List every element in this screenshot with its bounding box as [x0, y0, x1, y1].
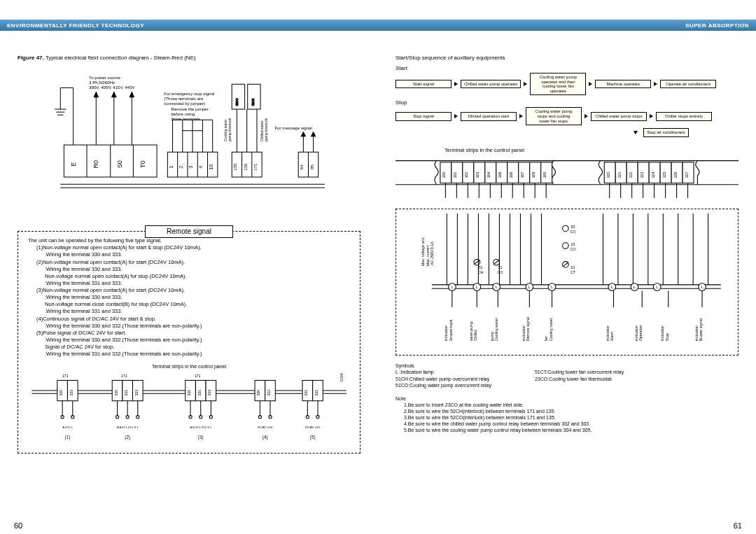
stop-extra-flow: Stop air conditioners: [634, 128, 738, 137]
arrow-icon: [650, 114, 653, 118]
main-schematic: To power source 3 Ph,50/60Hz 380V, 400V,…: [18, 73, 360, 216]
svg-text:52CH: 52CH: [251, 98, 255, 105]
remote-line: (1)Non-voltage normal open contact(A) fo…: [28, 244, 350, 251]
svg-point-81: [71, 415, 74, 418]
svg-text:331: 331: [197, 389, 202, 395]
svg-text:332: 332: [314, 389, 318, 395]
svg-text:85: 85: [309, 164, 314, 169]
svg-text:before using: before using: [171, 111, 195, 116]
power-line3: 380V, 400V, 415V, 440V: [89, 85, 135, 90]
header-right: SUPER ABSORPTION: [685, 22, 749, 29]
svg-point-107: [200, 415, 202, 418]
svg-text:304: 304: [486, 171, 491, 178]
arrow-icon: [654, 82, 657, 86]
svg-text:indication: indication: [694, 325, 699, 342]
stop-label: Stop: [396, 99, 738, 106]
flow-box: Start signal: [396, 80, 451, 89]
svg-text:171: 171: [253, 163, 258, 171]
svg-text:136: 136: [243, 163, 248, 171]
svg-text:indication: indication: [444, 325, 448, 342]
flow-box: Cooling water pumpoperates and thencooli…: [530, 73, 586, 95]
svg-text:(Those terminals are: (Those terminals are: [164, 96, 204, 101]
svg-point-92: [126, 415, 129, 418]
svg-text:322: 322: [629, 171, 633, 178]
svg-text:R0: R0: [92, 160, 99, 169]
svg-text:Chilled: Chilled: [473, 330, 477, 341]
svg-text:333: 333: [69, 389, 74, 395]
symbols-heading: Symbols: [396, 363, 738, 369]
svg-text:COM: COM: [340, 373, 344, 381]
svg-point-239: [563, 225, 569, 232]
svg-text:3: 3: [188, 166, 194, 169]
svg-text:connected by jumper): connected by jumper): [164, 101, 205, 106]
remote-line: Non-voltage normal open contact(A) for s…: [28, 273, 350, 280]
svg-text:52: 52: [571, 225, 575, 230]
svg-text:Remove the jumper: Remove the jumper: [171, 106, 208, 111]
svg-text:326: 326: [673, 171, 678, 178]
symbol-line: L :Indication lamp: [396, 369, 491, 375]
figure-number: Figure 47.: [18, 55, 44, 61]
note-line: 4.Be sure to wire the chilled water pump…: [396, 421, 738, 427]
symbols-block: Symbols L :Indication lamp51CH:Chilled w…: [396, 363, 738, 388]
remote-terminal-caption: Terminal strips in the control panel: [28, 363, 350, 370]
note-block: Note 1.Be sure to insert 23CO at the coo…: [396, 395, 738, 434]
svg-text:L: L: [611, 286, 613, 290]
svg-text:CH: CH: [478, 270, 484, 274]
svg-text:84: 84: [299, 164, 304, 169]
svg-text:A A 4Y1 4Y2 3 1: A A 4Y1 4Y2 3 1: [117, 426, 139, 429]
power-line1: To power source: [89, 75, 120, 80]
svg-text:CO: CO: [497, 270, 503, 274]
svg-point-242: [563, 243, 569, 249]
svg-text:300: 300: [442, 171, 446, 178]
svg-text:Stop: Stop: [665, 334, 669, 342]
remote-line: (4)Continuous signal of DC/AC 24V for st…: [28, 316, 350, 323]
svg-text:305: 305: [498, 171, 502, 178]
svg-text:10: 10: [209, 164, 214, 170]
svg-text:306: 306: [509, 171, 513, 178]
svg-text::AC 250V,0.1A: :AC 250V,0.1A: [430, 241, 434, 266]
svg-text:L: L: [551, 286, 553, 290]
flow-box: Chiller stops entirely: [656, 112, 712, 121]
svg-text:T0: T0: [139, 160, 146, 168]
svg-text:Cooling tower: Cooling tower: [549, 318, 553, 342]
remote-line: :Wiring the terminal 330 and 333.: [28, 266, 350, 273]
remote-line: :Wiring the terminal 330 and 333.: [28, 294, 350, 301]
svg-text:pump: pump: [490, 332, 494, 341]
svg-text:indication: indication: [522, 325, 526, 342]
arrow-icon: [454, 82, 458, 86]
symbol-line: 51CO:Cooling water pump overcurrent rela…: [396, 382, 491, 388]
small-terminal-group-1: 1 2 3 4 10: [167, 152, 217, 177]
flow-box: Cooling water pumpstops and coolingtower…: [526, 107, 582, 125]
svg-text:330: 330: [59, 389, 63, 395]
remote-line: Signal of DC/AC 24V for stop.: [28, 344, 350, 351]
svg-text:indication: indication: [660, 325, 664, 342]
small-terminal-group-2: 135 136 171: [232, 152, 262, 177]
note-line: 5.Be sure to wire the cooling water pump…: [396, 427, 738, 433]
svg-point-117: [258, 415, 261, 418]
right-terminal-strip: 300301302303304305306307308309 320321322…: [396, 153, 738, 206]
svg-text:indication: indication: [634, 325, 638, 342]
svg-text:L: L: [476, 286, 478, 290]
svg-text:For message signal: For message signal: [274, 125, 312, 130]
svg-text:330: 330: [114, 389, 118, 395]
svg-text:those terminals: those terminals: [171, 116, 200, 121]
flow-box: Chilled water pump operates: [461, 80, 521, 89]
symbol-line: 51CH:Chilled water pump overcurrent rela…: [396, 376, 491, 382]
svg-text:23: 23: [571, 242, 575, 246]
svg-text:(1): (1): [65, 435, 71, 440]
remote-title: Remote signal: [145, 225, 233, 238]
remote-line: (3)Non-voltage normal open contact(A) fo…: [28, 287, 350, 294]
start-flow: Start signalChilled water pump operatesC…: [396, 73, 738, 95]
svg-text:323: 323: [640, 171, 644, 178]
svg-text:L: L: [701, 286, 704, 290]
svg-text:331: 331: [124, 389, 128, 395]
svg-text:fan: fan: [544, 336, 548, 341]
svg-text:(3): (3): [198, 435, 204, 440]
svg-text:L: L: [528, 286, 531, 290]
svg-point-88: [115, 415, 118, 418]
svg-text:E: E: [70, 162, 77, 167]
remote-line: (5)Pulse signal of DC/AC 24V for start.: [28, 330, 350, 337]
svg-text:DC/AC 24V: DC/AC 24V: [305, 426, 321, 429]
svg-text:330: 330: [256, 389, 260, 395]
remote-terminal-diagram: 171330333(1)A 4Y2 1171330331333(2)A A 4Y…: [28, 373, 350, 442]
